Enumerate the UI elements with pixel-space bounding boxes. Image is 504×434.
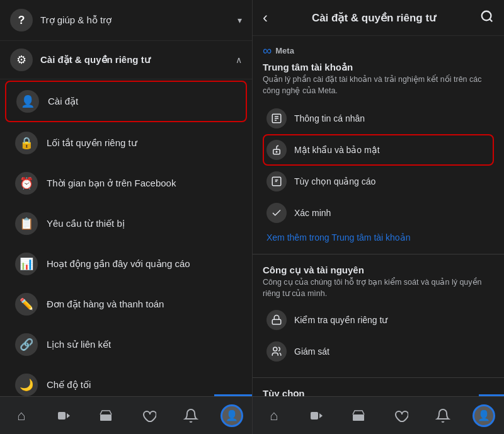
svg-point-3 bbox=[482, 11, 491, 20]
menu-item-history[interactable]: 🔗 Lịch sử liên kết bbox=[5, 325, 247, 364]
meta-text-label: Meta bbox=[275, 46, 294, 55]
verify-icon bbox=[266, 203, 287, 223]
nav-heart[interactable] bbox=[136, 403, 161, 428]
personal-icon bbox=[266, 108, 287, 128]
help-icon: ? bbox=[10, 9, 33, 31]
right-menu-check-privacy[interactable]: Kiểm tra quyền riêng tư bbox=[263, 304, 494, 336]
right-bottom-nav: ⌂ 👤 bbox=[253, 396, 504, 434]
right-header-title: Cài đặt & quyền riêng tư bbox=[268, 11, 480, 25]
monitor-icon bbox=[266, 341, 287, 362]
menu-item-privacy-label: Lối tắt quyền riêng tư bbox=[47, 137, 137, 149]
right-nav-home[interactable]: ⌂ bbox=[261, 403, 287, 428]
settings-header-label: Cài đặt & quyền riêng tư bbox=[40, 54, 151, 66]
svg-marker-17 bbox=[319, 413, 323, 418]
chevron-up-icon: ∧ bbox=[236, 55, 242, 65]
back-icon[interactable]: ‹ bbox=[263, 9, 268, 26]
divider-1 bbox=[253, 254, 504, 254]
right-nav-video[interactable] bbox=[304, 403, 329, 428]
chevron-down-icon: ▾ bbox=[238, 15, 242, 25]
svg-rect-16 bbox=[311, 412, 318, 420]
help-label: Trợ giúp & hỗ trợ bbox=[40, 14, 112, 26]
check-privacy-icon bbox=[266, 310, 287, 330]
svg-rect-2 bbox=[100, 414, 112, 421]
svg-marker-1 bbox=[67, 413, 70, 418]
svg-rect-11 bbox=[272, 319, 281, 324]
options-title: Tùy chọn bbox=[263, 388, 494, 396]
menu-item-ads[interactable]: 📊 Hoạt động gần đây với quảng cáo bbox=[5, 244, 247, 283]
check-privacy-label: Kiểm tra quyền riêng tư bbox=[294, 315, 387, 325]
personal-label: Thông tin cá nhân bbox=[294, 113, 365, 123]
tools-desc: Công cụ của chúng tôi hỗ trợ bạn kiểm so… bbox=[263, 277, 494, 299]
svg-point-9 bbox=[276, 151, 277, 152]
search-icon[interactable] bbox=[480, 9, 494, 26]
menu-item-ads-label: Hoạt động gần đây với quảng cáo bbox=[47, 258, 190, 270]
password-label: Mật khẩu và bảo mật bbox=[294, 145, 380, 155]
gear-icon: ⚙ bbox=[10, 49, 33, 71]
right-panel: ‹ Cài đặt & quyền riêng tư ∞ Meta Trung … bbox=[252, 0, 504, 434]
settings-icon: 👤 bbox=[16, 90, 39, 113]
right-nav-bell[interactable] bbox=[430, 403, 455, 428]
right-header: ‹ Cài đặt & quyền riêng tư bbox=[253, 0, 504, 36]
nav-home[interactable]: ⌂ bbox=[9, 403, 34, 428]
divider-2 bbox=[253, 377, 504, 378]
nav-video[interactable] bbox=[51, 403, 76, 428]
menu-item-history-label: Lịch sử liên kết bbox=[47, 339, 111, 350]
svg-rect-0 bbox=[58, 412, 66, 420]
orders-icon: ✏️ bbox=[15, 293, 38, 316]
meta-section: ∞ Meta Trung tâm tài khoản Quản lý phần … bbox=[253, 36, 504, 249]
menu-item-time[interactable]: ⏰ Thời gian bạn ở trên Facebook bbox=[5, 164, 247, 203]
lock-icon: 🔒 bbox=[15, 132, 38, 154]
menu-item-settings-label: Cài đặt bbox=[48, 96, 78, 107]
nav-profile[interactable]: 👤 bbox=[220, 404, 243, 427]
right-menu-personal[interactable]: Thông tin cá nhân bbox=[263, 103, 494, 134]
ads-pref-icon bbox=[266, 171, 287, 191]
menu-item-privacy[interactable]: 🔒 Lối tắt quyền riêng tư bbox=[5, 123, 247, 163]
settings-section-header[interactable]: ⚙ Cài đặt & quyền riêng tư ∧ bbox=[0, 41, 252, 79]
help-row-left: ? Trợ giúp & hỗ trợ bbox=[10, 9, 112, 31]
tools-section: Công cụ và tài nguyên Công cụ của chúng … bbox=[253, 260, 504, 372]
svg-point-12 bbox=[273, 347, 277, 351]
password-icon bbox=[266, 140, 287, 160]
menu-item-device-label: Yêu cầu từ thiết bị bbox=[47, 218, 125, 229]
menu-item-settings[interactable]: 👤 Cài đặt bbox=[5, 81, 247, 122]
help-row[interactable]: ? Trợ giúp & hỗ trợ ▾ bbox=[0, 0, 252, 41]
clock-icon: ⏰ bbox=[15, 172, 38, 195]
menu-item-orders-label: Đơn đặt hàng và thanh toán bbox=[47, 299, 164, 310]
menu-item-darkmode-label: Chế độ tối bbox=[47, 379, 91, 391]
meta-logo: ∞ Meta bbox=[263, 43, 494, 58]
tools-title: Công cụ và tài nguyên bbox=[263, 265, 494, 276]
menu-item-darkmode[interactable]: 🌙 Chế độ tối bbox=[5, 365, 247, 396]
left-active-indicator bbox=[214, 394, 252, 396]
moon-icon: 🌙 bbox=[15, 374, 38, 396]
right-nav-heart[interactable] bbox=[388, 403, 413, 428]
menu-item-device[interactable]: 📋 Yêu cầu từ thiết bị bbox=[5, 204, 247, 243]
account-center-desc: Quản lý phần cài đặt tài khoản và trải n… bbox=[263, 74, 494, 96]
left-panel: ? Trợ giúp & hỗ trợ ▾ ⚙ Cài đặt & quyền … bbox=[0, 0, 252, 434]
menu-item-orders[interactable]: ✏️ Đơn đặt hàng và thanh toán bbox=[5, 285, 247, 324]
menu-list: 👤 Cài đặt 🔒 Lối tắt quyền riêng tư ⏰ Thờ… bbox=[0, 81, 252, 396]
right-active-indicator bbox=[479, 394, 504, 396]
meta-infinity-icon: ∞ bbox=[263, 43, 272, 58]
right-menu-verify[interactable]: Xác minh bbox=[263, 197, 494, 229]
account-center-title: Trung tâm tài khoản bbox=[263, 62, 494, 73]
right-menu-password[interactable]: Mật khẩu và bảo mật bbox=[263, 134, 494, 166]
menu-item-time-label: Thời gian bạn ở trên Facebook bbox=[47, 178, 176, 189]
left-scroll: ? Trợ giúp & hỗ trợ ▾ ⚙ Cài đặt & quyền … bbox=[0, 0, 252, 396]
right-menu-monitor[interactable]: Giám sát bbox=[263, 336, 494, 367]
monitor-label: Giám sát bbox=[294, 346, 329, 357]
ads-pref-label: Tùy chọn quảng cáo bbox=[294, 176, 375, 186]
right-menu-ads[interactable]: Tùy chọn quảng cáo bbox=[263, 166, 494, 197]
link-icon: 🔗 bbox=[15, 333, 38, 356]
left-bottom-nav: ⌂ 👤 bbox=[0, 396, 252, 434]
options-section: Tùy chọn Tùy chỉnh trải nghiệm của bạn t… bbox=[253, 383, 504, 396]
ads-icon: 📊 bbox=[15, 253, 38, 275]
settings-header-left: ⚙ Cài đặt & quyền riêng tư bbox=[10, 49, 151, 71]
verify-label: Xác minh bbox=[294, 208, 331, 218]
nav-bell[interactable] bbox=[178, 403, 203, 428]
account-center-link[interactable]: Xem thêm trong Trung tâm tài khoản bbox=[263, 229, 494, 246]
nav-marketplace[interactable] bbox=[93, 403, 118, 428]
svg-rect-18 bbox=[353, 414, 364, 421]
right-nav-marketplace[interactable] bbox=[346, 403, 371, 428]
right-nav-profile[interactable]: 👤 bbox=[472, 404, 495, 427]
device-icon: 📋 bbox=[15, 212, 38, 235]
